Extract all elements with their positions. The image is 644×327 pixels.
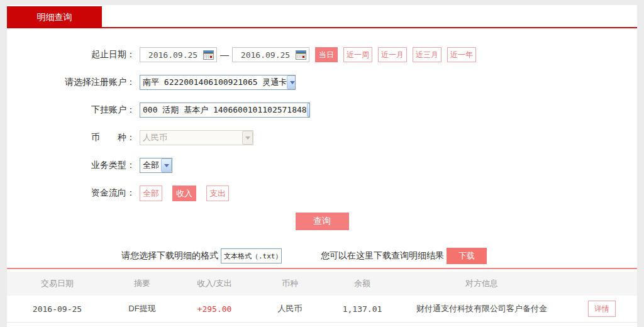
currency-row: 币 种： 人民币 [7,124,637,152]
sub-account-select[interactable]: 000 活期 基本户 1406600101102571848 [140,103,310,118]
range-today-button[interactable]: 当日 [315,47,338,62]
business-type-value: 全部 [143,160,159,171]
registered-account-label: 请选择注册账户： [7,77,135,88]
end-date-value: 2016.09.25 [235,50,296,60]
start-date-value: 2016.09.25 [143,50,203,60]
download-format-label: 请您选择下载明细的格式 [121,250,218,262]
header-currency: 币种 [252,278,328,289]
date-range-label: 起止日期： [7,49,135,60]
tab-bar: 明细查询 [7,5,637,28]
detail-button[interactable]: 详情 [588,301,616,317]
table-header-row: 交易日期 摘要 收入/支出 币种 余额 对方信息 [7,272,637,296]
fund-flow-label: 资金流向： [7,187,135,199]
query-form: 起止日期： 2016.09.25 — 2016.09.25 当日 近一周 近一月… [7,41,637,207]
header-trade-date: 交易日期 [7,278,108,289]
header-summary: 摘要 [108,278,177,289]
chevron-down-icon [307,103,310,117]
header-balance: 余额 [328,278,397,289]
header-counterparty: 对方信息 [397,278,567,289]
chevron-down-icon [161,158,172,172]
calendar-icon[interactable] [203,50,214,60]
query-button[interactable]: 查询 [296,213,349,230]
range-year-button[interactable]: 近一年 [447,47,476,62]
business-type-select[interactable]: 全部 [140,158,172,173]
cell-actions: 详情 [567,301,637,317]
calendar-icon[interactable] [296,50,306,60]
registered-account-select[interactable]: 南平 6222001406100921065 灵通卡 [140,75,296,90]
content-panel: 明细查询 起止日期： 2016.09.25 — 2016.09.25 当日 近一… [7,5,637,327]
download-format-select[interactable]: 文本格式（.txt） [221,248,282,263]
business-type-label: 业务类型： [7,160,135,171]
registered-account-value: 南平 6222001406100921065 灵通卡 [143,77,287,88]
start-date-input[interactable]: 2016.09.25 [140,47,217,62]
table-row: 2016-09-25 DF提现 +295.00 人民币 1,137.01 财付通… [7,296,637,323]
cell-amount: +295.00 [177,304,252,314]
cell-balance: 1,137.01 [328,304,397,314]
download-hint: 您可以在这里下载查询明细结果 [321,250,444,262]
range-three-months-button[interactable]: 近三月 [413,47,441,62]
date-separator: — [220,50,229,60]
currency-label: 币 种： [7,132,135,143]
range-month-button[interactable]: 近一月 [378,47,407,62]
header-amount: 收入/支出 [177,278,252,289]
cell-summary: DF提现 [108,303,177,314]
cell-counterparty: 财付通支付科技有限公司客户备付金 [397,303,567,314]
currency-select: 人民币 [140,130,253,145]
sub-account-row: 下挂账户： 000 活期 基本户 1406600101102571848 [7,96,637,124]
table-separator [7,268,637,269]
flow-expense-button[interactable]: 支出 [206,186,229,201]
chevron-down-icon [242,131,253,145]
cell-trade-date: 2016-09-25 [7,304,108,314]
download-button[interactable]: 下载 [447,248,487,264]
flow-all-button[interactable]: 全部 [140,186,162,201]
end-date-input[interactable]: 2016.09.25 [232,47,309,62]
registered-account-row: 请选择注册账户： 南平 6222001406100921065 灵通卡 [7,69,637,96]
fund-flow-row: 资金流向： 全部 收入 支出 [7,179,637,207]
chevron-down-icon [287,75,296,89]
sub-account-label: 下挂账户： [7,104,135,116]
query-row: 查询 [7,213,637,230]
business-type-row: 业务类型： 全部 [7,152,637,179]
download-row: 请您选择下载明细的格式 文本格式（.txt） 您可以在这里下载查询明细结果 下载 [7,247,637,265]
currency-value: 人民币 [143,132,167,143]
date-range-row: 起止日期： 2016.09.25 — 2016.09.25 当日 近一周 近一月… [7,41,637,69]
flow-income-button[interactable]: 收入 [172,186,196,201]
range-week-button[interactable]: 近一周 [343,47,372,62]
cell-currency: 人民币 [252,303,328,314]
sub-account-value: 000 活期 基本户 1406600101102571848 [143,104,307,116]
tab-detail-query[interactable]: 明细查询 [7,6,102,28]
download-format-value: 文本格式（.txt） [224,252,282,261]
